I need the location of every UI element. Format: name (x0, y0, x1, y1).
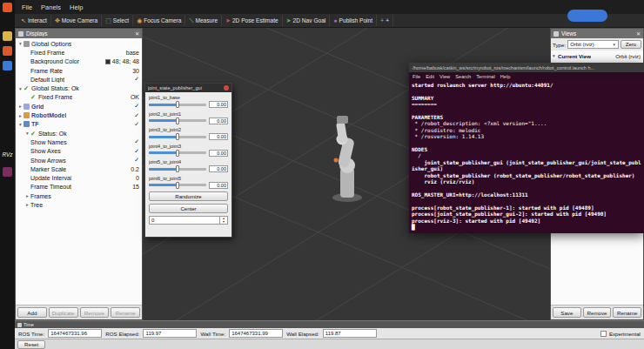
tree-row[interactable]: ▸Grid✓ (16, 102, 142, 111)
menu-file[interactable]: File (22, 3, 32, 11)
rviz-dock-logo[interactable]: RVz (0, 151, 15, 158)
ros-elapsed-value[interactable]: 119.97 (143, 329, 197, 338)
terminal-menu-view[interactable]: View (439, 74, 450, 79)
remove-button[interactable]: Remove (80, 307, 110, 318)
terminal-menu-search[interactable]: Search (455, 74, 471, 79)
close-icon[interactable]: ✕ (135, 30, 139, 37)
tree-value[interactable]: ✓ (134, 148, 139, 155)
tree-row[interactable]: Fixed Framebase (16, 48, 142, 57)
tree-row[interactable]: Frame Timeout15 (16, 183, 142, 191)
tree-value[interactable]: ✓ (134, 138, 139, 145)
expander-icon[interactable]: ▸ (24, 202, 30, 207)
tree-row[interactable]: ▸RobotModel✓ (16, 111, 142, 119)
expander-icon[interactable]: ▾ (17, 86, 23, 91)
experimental-checkbox[interactable] (600, 331, 607, 337)
slider-handle[interactable] (176, 182, 179, 189)
tree-row[interactable]: ▾✓Global Status: Ok (16, 84, 142, 92)
tree-row[interactable]: ▸Frames (16, 191, 142, 200)
tree-row[interactable]: ✓Fixed FrameOK (16, 93, 142, 102)
tool-interact[interactable]: ↖Interact (17, 15, 51, 26)
terminal-menu-file[interactable]: File (413, 74, 420, 79)
tree-row[interactable]: ▾TF✓ (16, 120, 142, 129)
tool-measure[interactable]: ⟍Measure (185, 15, 222, 26)
expander-icon[interactable]: ▾ (17, 41, 23, 46)
save-button[interactable]: Save (553, 307, 581, 318)
add-button[interactable]: Add (17, 307, 47, 318)
displays-panel-header[interactable]: Displays ✕ (16, 29, 142, 38)
tree-value[interactable]: ✓ (134, 76, 139, 83)
reset-button[interactable]: Reset (17, 340, 45, 349)
code-icon[interactable] (3, 61, 12, 70)
joint-slider[interactable] (149, 136, 206, 138)
spinbox-arrows[interactable]: ▲▼ (219, 217, 227, 224)
tree-row[interactable]: ▾Global Options (16, 39, 142, 48)
tool-publish-point[interactable]: ●Publish Point (330, 15, 377, 26)
tree-row[interactable]: Show Names✓ (16, 138, 142, 146)
joint-slider[interactable] (149, 119, 206, 122)
tool-2d-pose-estimate[interactable]: ➤2D Pose Estimate (222, 15, 283, 26)
tool-focus-camera[interactable]: ◉Focus Camera (133, 15, 185, 26)
expander-icon[interactable]: ▾ (24, 131, 30, 136)
tree-value[interactable]: ✓ (134, 112, 139, 119)
tree-row[interactable]: Background Color48; 48; 48 (16, 57, 142, 66)
tree-row[interactable]: Marker Scale0.2 (16, 164, 142, 173)
zero-button[interactable]: Zero (621, 40, 641, 49)
slider-handle[interactable] (176, 150, 179, 157)
spinbox[interactable]: 0 ▲▼ (149, 216, 228, 225)
close-button[interactable] (224, 85, 229, 91)
firefox-icon[interactable] (3, 46, 12, 56)
window-titlebar[interactable]: joint_state_publisher_gui (145, 84, 231, 92)
remove-button[interactable]: Remove (583, 307, 612, 318)
tool-select[interactable]: ⬚Select (102, 15, 133, 26)
tree-row[interactable]: Frame Rate30 (16, 66, 142, 75)
views-row[interactable]: ▾Current ViewOrbit (rviz) (551, 51, 643, 60)
slider-handle[interactable] (176, 133, 179, 140)
expander-icon[interactable]: ▸ (17, 113, 23, 118)
terminal-menu-terminal[interactable]: Terminal (476, 74, 495, 79)
expander-icon[interactable]: ▸ (24, 193, 30, 198)
tree-row[interactable]: Default Light✓ (16, 75, 142, 84)
tool-move-camera[interactable]: ✥Move Camera (51, 15, 102, 26)
tool-add[interactable]: ++ (377, 15, 393, 26)
center-button[interactable]: Center (149, 204, 228, 213)
slider-handle[interactable] (176, 117, 179, 124)
slider-handle[interactable] (176, 165, 179, 172)
wall-time-value[interactable]: 1647467331.99 (229, 329, 283, 338)
expander-icon[interactable]: ▸ (17, 104, 23, 109)
joint-slider[interactable] (149, 168, 206, 171)
randomize-button[interactable]: Randomize (149, 191, 228, 201)
close-icon[interactable]: ✕ (636, 30, 641, 37)
tree-row[interactable]: Show Arrows✓ (16, 156, 142, 164)
terminal-menu-help[interactable]: Help (500, 74, 511, 79)
slider-handle[interactable] (176, 101, 179, 108)
time-panel-header[interactable]: Time (15, 321, 644, 328)
view-type-combo[interactable]: Orbit (rviz) ▼ (567, 40, 619, 49)
tree-value[interactable]: ✓ (134, 103, 139, 110)
terminal-menu-edit[interactable]: Edit (426, 74, 434, 79)
terminal-titlebar[interactable]: /home/babusk/catkin_ws/src/myrobot_ros/m… (409, 63, 644, 72)
tree-row[interactable]: Update Interval0 (16, 173, 142, 182)
joint-slider[interactable] (149, 151, 206, 154)
tree-value[interactable]: ✓ (134, 121, 139, 128)
terminal-output[interactable]: started roslaunch server http://ubuntu:4… (409, 80, 644, 233)
menu-panels[interactable]: Panels (41, 3, 61, 11)
terminal-app-icon[interactable] (3, 167, 12, 177)
menu-help[interactable]: Help (70, 3, 83, 11)
tree-row[interactable]: Show Axes✓ (16, 147, 142, 156)
joint-slider[interactable] (149, 104, 206, 106)
ubuntu-icon[interactable] (3, 3, 12, 12)
tool-2d-nav-goal[interactable]: ➤2D Nav Goal (283, 15, 331, 26)
rename-button[interactable]: Rename (111, 307, 140, 318)
wall-elapsed-value[interactable]: 119.87 (323, 329, 377, 338)
tree-row[interactable]: ▾✓Status: Ok (16, 129, 142, 138)
tree-value[interactable]: ✓ (134, 157, 139, 164)
duplicate-button[interactable]: Duplicate (49, 307, 78, 318)
tree-row[interactable]: ▸Tree (16, 200, 142, 209)
expander-icon[interactable]: ▾ (17, 122, 23, 127)
rename-button[interactable]: Rename (613, 307, 641, 318)
ros-time-value[interactable]: 1647467331.96 (48, 329, 102, 338)
files-icon[interactable] (3, 31, 12, 41)
views-panel-header[interactable]: Views ✕ (551, 29, 643, 38)
joint-slider[interactable] (149, 184, 206, 186)
view-type-label: Type: (553, 42, 566, 48)
